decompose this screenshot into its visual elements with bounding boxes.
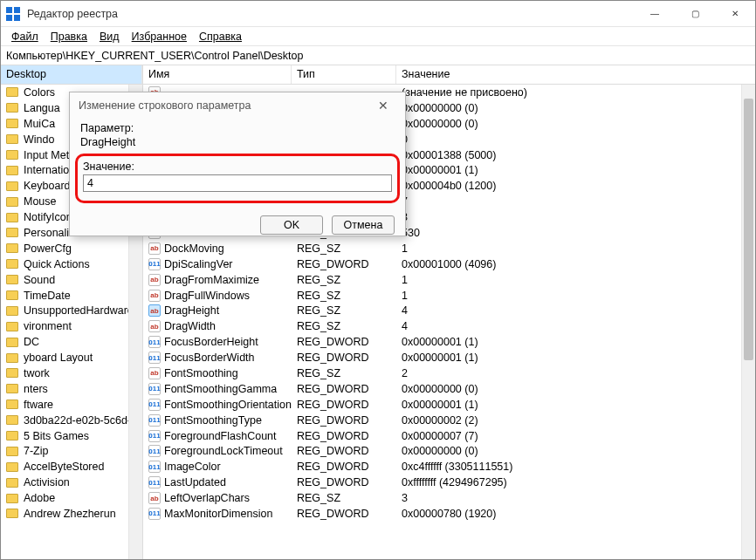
tree-item[interactable]: 5 Bits Games — [1, 428, 142, 444]
window-title: Редактор реестра — [27, 8, 118, 20]
value-name: DragHeight — [164, 304, 219, 317]
value-data: 0x00000007 (7) — [396, 430, 755, 442]
value-type: REG_SZ — [292, 304, 396, 317]
value-data: 0x00000001 (1) — [396, 164, 755, 176]
value-name: FontSmoothingType — [164, 414, 262, 427]
value-name: ImageColor — [164, 461, 221, 473]
tree-item[interactable]: DC — [1, 334, 142, 350]
list-row[interactable]: abLeftOverlapCharsREG_SZ3 — [143, 490, 755, 506]
tree-item[interactable]: ftware — [1, 397, 142, 413]
value-data: 0x00000002 (2) — [396, 414, 755, 427]
string-value-icon: ab — [148, 274, 161, 286]
value-data: 3 — [396, 492, 755, 504]
menu-view[interactable]: Вид — [94, 29, 125, 44]
dialog-close-button[interactable]: ✕ — [370, 99, 396, 113]
value-type: REG_SZ — [292, 274, 396, 286]
tree-item-label: Mouse — [24, 195, 57, 208]
value-data: 1 — [396, 242, 755, 255]
tree-item-label: Activision — [24, 476, 70, 488]
list-row[interactable]: abDragWidthREG_SZ4 — [143, 318, 755, 334]
list-row[interactable]: 011FocusBorderHeightREG_DWORD0x00000001 … — [143, 334, 755, 350]
tree-item[interactable]: Andrew Zhezherun — [1, 506, 142, 522]
list-row[interactable]: 011FontSmoothingGammaREG_DWORD0x00000000… — [143, 381, 755, 397]
dialog-param-value: DragHeight — [80, 136, 395, 148]
folder-icon — [6, 447, 18, 456]
list-row[interactable]: 011DpiScalingVerREG_DWORD0x00001000 (409… — [143, 256, 755, 272]
folder-icon — [6, 243, 18, 253]
tree-item-label: AccelByteStored — [24, 461, 104, 473]
tree-item[interactable]: 7-Zip — [1, 443, 142, 459]
value-type: REG_SZ — [292, 320, 396, 332]
tree-item-label: Quick Actions — [24, 258, 90, 270]
dialog-value-input[interactable] — [83, 174, 392, 192]
tree-item[interactable]: 3d0ba22d-e02b-5c6d-93 — [1, 413, 142, 428]
tree-item[interactable]: twork — [1, 365, 142, 381]
value-name: LeftOverlapChars — [164, 492, 250, 504]
tree-item[interactable]: yboard Layout — [1, 350, 142, 365]
tree-item[interactable]: Quick Actions — [1, 256, 142, 272]
list-row[interactable]: 011FocusBorderWidthREG_DWORD0x00000001 (… — [143, 350, 755, 365]
tree-item[interactable]: Adobe — [1, 490, 142, 506]
dialog-ok-button[interactable]: OK — [260, 215, 323, 235]
maximize-button[interactable]: ▢ — [675, 1, 715, 27]
tree-item[interactable]: Sound — [1, 272, 142, 288]
tree-header[interactable]: Desktop — [1, 65, 142, 85]
dialog-param-label: Параметр: — [80, 122, 395, 134]
menu-favorites[interactable]: Избранное — [127, 29, 192, 44]
menu-help[interactable]: Справка — [194, 29, 247, 44]
value-type: REG_DWORD — [292, 445, 396, 457]
tree-item-label: ftware — [24, 399, 53, 411]
folder-icon — [6, 213, 18, 222]
binary-value-icon: 011 — [148, 508, 161, 520]
list-row[interactable]: 011ForegroundFlashCountREG_DWORD0x000000… — [143, 428, 755, 444]
tree-item[interactable]: UnsupportedHardwareN — [1, 303, 142, 318]
list-row[interactable]: 011MaxMonitorDimensionREG_DWORD0x0000078… — [143, 506, 755, 522]
folder-icon — [6, 431, 18, 440]
column-type[interactable]: Тип — [292, 65, 396, 84]
list-row[interactable]: 011ForegroundLockTimeoutREG_DWORD0x00000… — [143, 443, 755, 459]
list-scrollbar[interactable] — [741, 85, 755, 559]
column-value[interactable]: Значение — [396, 65, 755, 84]
value-data: 0x00000001 (1) — [396, 352, 755, 364]
tree-item[interactable]: nters — [1, 381, 142, 397]
tree-item[interactable]: AccelByteStored — [1, 459, 142, 475]
tree-item[interactable]: vironment — [1, 318, 142, 334]
dialog-cancel-button[interactable]: Отмена — [332, 215, 395, 235]
list-row[interactable]: 011FontSmoothingTypeREG_DWORD0x00000002 … — [143, 413, 755, 428]
string-value-icon: ab — [148, 304, 161, 317]
tree-item-label: NotifyIcon — [24, 211, 72, 223]
address-bar[interactable]: Компьютер\HKEY_CURRENT_USER\Control Pane… — [1, 46, 755, 65]
list-row[interactable]: 011FontSmoothingOrientationREG_DWORD0x00… — [143, 397, 755, 413]
tree-item-label: Adobe — [24, 492, 55, 504]
list-row[interactable]: 011ImageColorREG_DWORD0xc4ffffff (330511… — [143, 459, 755, 475]
string-value-icon: ab — [148, 320, 161, 332]
tree-item-label: Internatio — [24, 164, 69, 176]
list-row[interactable]: abFontSmoothingREG_SZ2 — [143, 365, 755, 381]
folder-icon — [6, 275, 18, 284]
address-text: Компьютер\HKEY_CURRENT_USER\Control Pane… — [6, 50, 304, 62]
menu-file[interactable]: Файл — [6, 29, 44, 44]
list-scroll-thumb[interactable] — [744, 99, 753, 360]
value-data: 0x00000000 (0) — [396, 102, 755, 114]
list-row[interactable]: abDragHeightREG_SZ4 — [143, 303, 755, 318]
menu-edit[interactable]: Правка — [45, 29, 93, 44]
dialog-titlebar[interactable]: Изменение строкового параметра ✕ — [70, 92, 405, 119]
close-button[interactable]: ✕ — [715, 1, 755, 27]
value-type: REG_DWORD — [292, 508, 396, 520]
minimize-button[interactable]: — — [635, 1, 675, 27]
folder-icon — [6, 134, 18, 144]
value-name: FocusBorderHeight — [164, 336, 258, 348]
list-row[interactable]: 011LastUpdatedREG_DWORD0xffffffff (42949… — [143, 475, 755, 490]
folder-icon — [6, 103, 18, 113]
value-type: REG_DWORD — [292, 476, 396, 488]
tree-item-label: Andrew Zhezherun — [24, 508, 116, 520]
folder-icon — [6, 290, 18, 300]
tree-item-label: Langua — [24, 102, 60, 114]
list-row[interactable]: abDragFullWindowsREG_SZ1 — [143, 288, 755, 304]
list-row[interactable]: abDragFromMaximizeREG_SZ1 — [143, 272, 755, 288]
value-name: LastUpdated — [164, 476, 226, 488]
column-name[interactable]: Имя — [143, 65, 292, 84]
tree-item[interactable]: TimeDate — [1, 288, 142, 304]
tree-item[interactable]: Activision — [1, 475, 142, 490]
value-name: FontSmoothingOrientation — [164, 399, 292, 411]
